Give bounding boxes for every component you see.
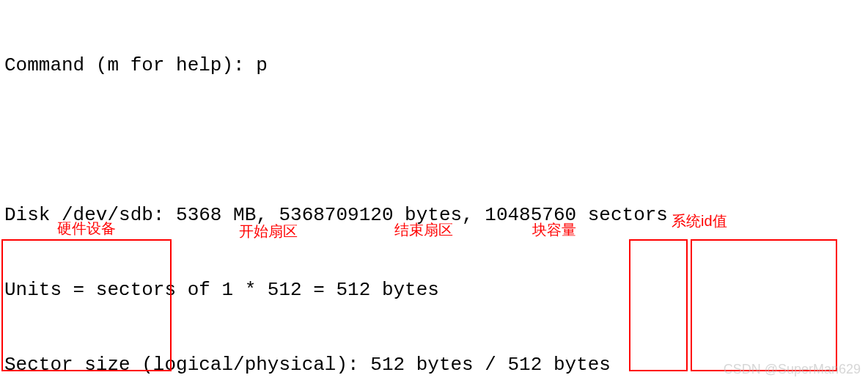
prompt-line: Command (m for help): p (4, 53, 864, 78)
box-system (691, 239, 837, 371)
watermark: CSDN @SuperMan629 (724, 357, 861, 382)
box-device (1, 239, 172, 371)
annot-end: 结束扇区 (394, 217, 453, 242)
annot-device: 硬件设备 (57, 216, 116, 241)
box-id (629, 239, 688, 371)
annot-start: 开始扇区 (239, 219, 298, 244)
annot-blocks: 块容量 (532, 217, 576, 242)
blank-line (4, 128, 864, 153)
annot-id: 系统id值 (672, 208, 727, 233)
